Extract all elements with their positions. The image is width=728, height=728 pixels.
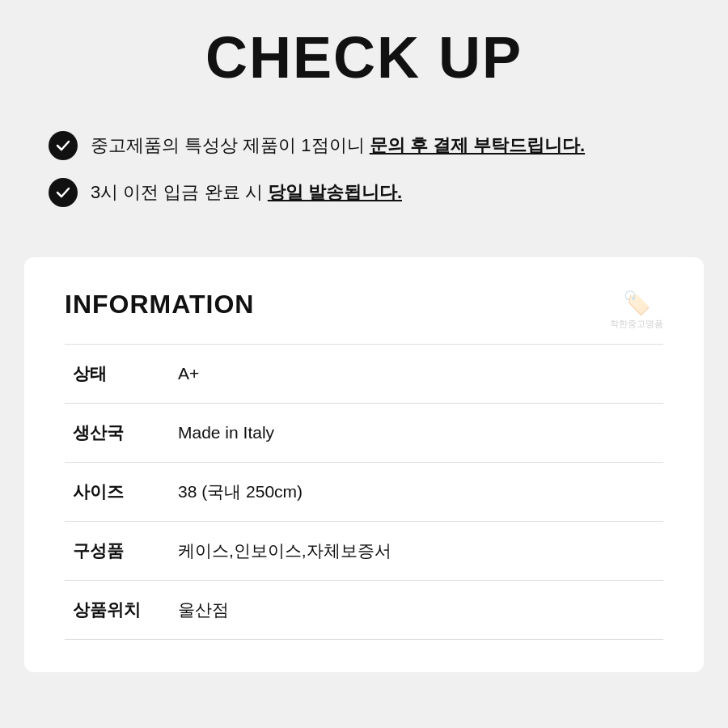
table-row: 상태A+ <box>65 345 663 404</box>
info-value-1: Made in Italy <box>170 404 663 463</box>
checklist-section: 중고제품의 특성상 제품이 1점이니 문의 후 결제 부탁드립니다. 3시 이전… <box>0 123 728 257</box>
table-row: 생산국Made in Italy <box>65 404 663 463</box>
table-row: 상품위치울산점 <box>65 581 663 640</box>
info-label-3: 구성품 <box>65 522 170 581</box>
check-item-1: 중고제품의 특성상 제품이 1점이니 문의 후 결제 부탁드립니다. <box>49 131 679 160</box>
info-table: 상태A+생산국Made in Italy사이즈38 (국내 250cm)구성품케… <box>65 344 663 640</box>
info-value-3: 케이스,인보이스,자체보증서 <box>170 522 663 581</box>
information-title: INFORMATION <box>65 290 663 320</box>
checkmark-icon-1 <box>49 131 78 160</box>
info-label-2: 사이즈 <box>65 463 170 522</box>
checkmark-icon-2 <box>49 178 78 207</box>
check-item-2: 3시 이전 입금 완료 시 당일 발송됩니다. <box>49 178 679 207</box>
check-text-2: 3시 이전 입금 완료 시 당일 발송됩니다. <box>91 180 402 205</box>
info-value-0: A+ <box>170 345 663 404</box>
check-text-1-bold: 문의 후 결제 부탁드립니다. <box>370 135 585 155</box>
page-title: CHECK UP <box>16 24 712 91</box>
watermark-label: 착한중고명품 <box>610 318 663 330</box>
info-label-4: 상품위치 <box>65 581 170 640</box>
info-value-2: 38 (국내 250cm) <box>170 463 663 522</box>
check-text-2-bold: 당일 발송됩니다. <box>268 182 402 202</box>
table-row: 사이즈38 (국내 250cm) <box>65 463 663 522</box>
info-label-0: 상태 <box>65 345 170 404</box>
watermark-icon: 🏷️ <box>610 290 663 316</box>
watermark: 🏷️ 착한중고명품 <box>610 290 663 330</box>
table-row: 구성품케이스,인보이스,자체보증서 <box>65 522 663 581</box>
info-value-4: 울산점 <box>170 581 663 640</box>
check-text-1: 중고제품의 특성상 제품이 1점이니 문의 후 결제 부탁드립니다. <box>91 133 585 159</box>
information-card: INFORMATION 🏷️ 착한중고명품 상태A+생산국Made in Ita… <box>24 257 704 672</box>
info-label-1: 생산국 <box>65 404 170 463</box>
header-section: CHECK UP <box>0 0 728 123</box>
